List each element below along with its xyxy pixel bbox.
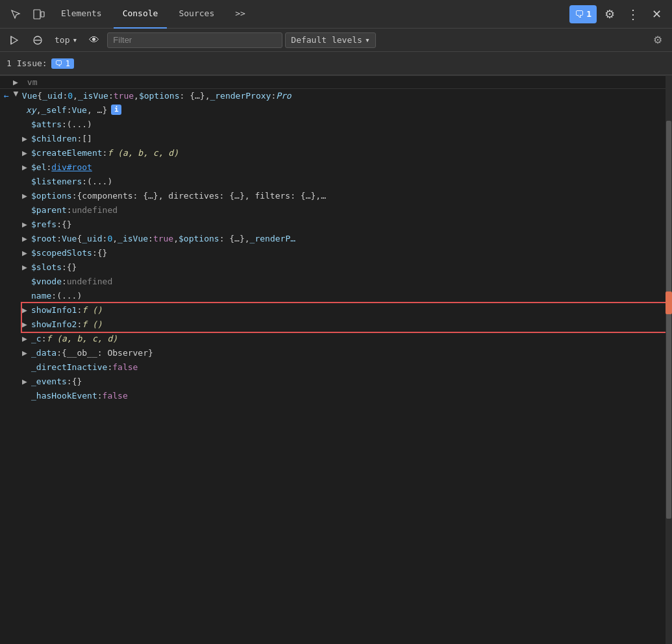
- scrollbar-thumb[interactable]: [666, 121, 671, 519]
- children-arrow[interactable]: ▶: [22, 133, 31, 145]
- scrollbar-position-indicator: [666, 291, 672, 314]
- console-toolbar: top ▾ 👁 Default levels ▾ ⚙: [0, 29, 672, 52]
- vm-line: ▶ vm: [0, 75, 672, 88]
- prop-el: ▶ $el : div#root: [0, 160, 672, 175]
- slots-arrow[interactable]: ▶: [22, 262, 31, 273]
- filter-input[interactable]: [107, 32, 282, 48]
- eye-button[interactable]: 👁: [84, 30, 105, 51]
- vm-label: vm: [27, 77, 38, 87]
- execute-icon[interactable]: [4, 30, 25, 51]
- scrollbar-track[interactable]: [666, 75, 672, 644]
- prop-attrs: ▶ $attrs : (...): [0, 118, 672, 132]
- tab-console[interactable]: Console: [114, 0, 168, 29]
- chat-icon: 🗨: [575, 9, 584, 19]
- issue-bar: 1 Issue: 🗨 1: [0, 52, 672, 75]
- vue-obj-line2: xy , _self : Vue , …} i: [0, 103, 672, 118]
- scopedslots-arrow[interactable]: ▶: [22, 247, 31, 259]
- el-arrow[interactable]: ▶: [22, 162, 31, 173]
- prop-parent: ▶ $parent : undefined: [0, 203, 672, 217]
- prop-createelement: ▶ $createElement : f (a, b, c, d): [0, 146, 672, 160]
- el-link[interactable]: div#root: [51, 162, 92, 173]
- close-button[interactable]: ✕: [646, 4, 667, 25]
- prop-children: ▶ $children : []: [0, 132, 672, 146]
- showinfo2-arrow[interactable]: ▶: [22, 319, 31, 330]
- chevron-down-icon: ▾: [365, 35, 370, 45]
- cursor-icon[interactable]: [5, 4, 26, 25]
- vue-obj-line: ← ▶ Vue { _uid : 0 , _isVue : true , $op…: [0, 88, 672, 103]
- devtools-toolbar: Elements Console Sources >> 🗨 1 ⚙ ⋮ ✕: [0, 0, 672, 29]
- more-options-button[interactable]: ⋮: [623, 4, 643, 25]
- device-toggle-icon[interactable]: [29, 4, 49, 25]
- chevron-down-icon: ▾: [72, 35, 77, 45]
- issue-badge[interactable]: 🗨 1: [51, 58, 74, 69]
- gear-icon[interactable]: ⚙: [647, 30, 668, 51]
- prop-showinfo2: ▶ showInfo2 : f (): [22, 317, 666, 332]
- prop-slots: ▶ $slots : {}: [0, 260, 672, 275]
- highlighted-methods-box: ▶ showInfo1 : f () ▶ showInfo2 : f (): [22, 303, 666, 332]
- issue-count-text: 1 Issue:: [6, 58, 47, 68]
- events-arrow[interactable]: ▶: [22, 376, 31, 388]
- prop-vnode: ▶ $vnode : undefined: [0, 275, 672, 289]
- prop-data: ▶ _data : {__ob__: Observer}: [0, 346, 672, 360]
- console-content[interactable]: ▶ vm ← ▶ Vue { _uid : 0 , _isVue : true …: [0, 75, 672, 644]
- svg-marker-2: [11, 36, 18, 44]
- svg-rect-0: [34, 10, 40, 19]
- vue-expand-arrow[interactable]: ▶: [10, 92, 22, 101]
- prop-root: ▶ $root : Vue { _uid : 0 , _isVue : true…: [0, 232, 672, 246]
- svg-rect-1: [41, 12, 44, 17]
- prop-c: ▶ _c : f (a, b, c, d): [0, 332, 672, 346]
- issue-chat-icon: 🗨: [55, 59, 63, 68]
- showinfo1-arrow[interactable]: ▶: [22, 304, 31, 316]
- prop-directinactive: ▶ _directInactive : false: [0, 360, 672, 375]
- back-arrow-icon: ←: [4, 90, 9, 102]
- prop-hashookevent: ▶ _hasHookEvent : false: [0, 389, 672, 403]
- prop-scopedslots: ▶ $scopedSlots : {}: [0, 246, 672, 260]
- createelement-arrow[interactable]: ▶: [22, 147, 31, 159]
- root-arrow[interactable]: ▶: [22, 233, 31, 245]
- prop-listeners: ▶ $listeners : (...): [0, 175, 672, 189]
- vm-arrow[interactable]: ▶: [13, 77, 22, 87]
- tab-elements[interactable]: Elements: [52, 0, 111, 29]
- prop-options: ▶ $options : {components: {…}, directive…: [0, 189, 672, 203]
- options-arrow[interactable]: ▶: [22, 190, 31, 202]
- issues-badge-button[interactable]: 🗨 1: [569, 5, 597, 23]
- data-arrow[interactable]: ▶: [22, 347, 31, 359]
- prop-showinfo1: ▶ showInfo1 : f (): [22, 303, 666, 317]
- levels-dropdown[interactable]: Default levels ▾: [285, 32, 375, 48]
- prop-name: ▶ name : (...): [0, 289, 672, 303]
- refs-arrow[interactable]: ▶: [22, 219, 31, 230]
- prop-events: ▶ _events : {}: [0, 375, 672, 389]
- context-selector[interactable]: top ▾: [51, 34, 81, 46]
- settings-button[interactable]: ⚙: [599, 4, 620, 25]
- tab-sources[interactable]: Sources: [169, 0, 223, 29]
- prop-refs: ▶ $refs : {}: [0, 217, 672, 232]
- info-badge[interactable]: i: [111, 105, 121, 115]
- more-tabs-button[interactable]: >>: [226, 0, 255, 29]
- no-entry-icon[interactable]: [27, 30, 48, 51]
- c-arrow[interactable]: ▶: [22, 333, 31, 345]
